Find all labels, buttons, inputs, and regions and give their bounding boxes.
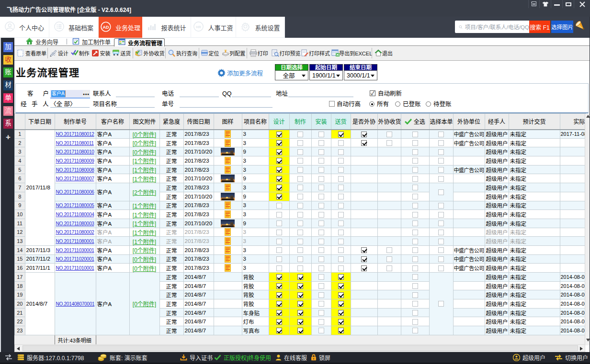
svg-text:HR: HR <box>196 25 202 29</box>
svg-text:AD: AD <box>102 24 109 29</box>
